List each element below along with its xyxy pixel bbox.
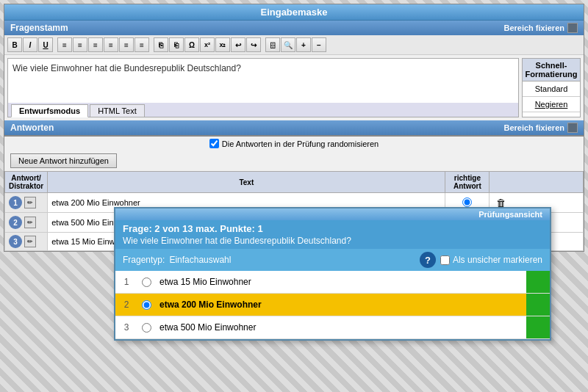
editor-text: Wie viele Einwohner hat die Bundesrepubl… [12, 63, 241, 73]
preview-radio-2 [137, 300, 155, 310]
col-text: Text [48, 172, 445, 193]
unsafe-checkbox[interactable] [440, 255, 450, 265]
num-circle-1: 1 [9, 196, 22, 209]
preview-tab-label: Prüfungsansicht [115, 208, 550, 220]
col-richtige: richtigeAntwort [445, 172, 490, 193]
neue-btn-row: Neue Antwort hinzufügen [4, 150, 584, 171]
preview-header: Frage: 2 von 13 max. Punkte: 1 Wie viele… [115, 220, 550, 249]
preview-green-1 [526, 271, 550, 293]
align-center-button[interactable]: ≡ [73, 37, 87, 52]
tab-html-text[interactable]: HTML Text [90, 104, 145, 117]
preview-text-2: etwa 200 Mio Einwohner [155, 294, 526, 316]
schnell-panel: Schnell-Formatierung Standard Negieren [522, 58, 581, 117]
preview-type-left: Fragentyp: Einfachauswahl [123, 255, 231, 265]
num-circle-2: 2 [9, 216, 22, 229]
randomize-label: Die Antworten in der Prüfung randomisier… [222, 139, 379, 148]
schnell-title: Schnell-Formatierung [523, 59, 580, 81]
preview-radio-1 [137, 277, 155, 287]
preview-green-2 [526, 294, 550, 316]
edit-btn-2[interactable]: ✏ [24, 217, 36, 228]
randomize-checkbox[interactable] [209, 139, 219, 148]
preview-overlay: Prüfungsansicht Frage: 2 von 13 max. Pun… [114, 207, 551, 341]
omega-button[interactable]: Ω [184, 37, 199, 52]
preview-radio-3 [137, 323, 155, 333]
preview-radio-input-2[interactable] [142, 300, 151, 310]
preview-text-1: etwa 15 Mio Einwohner [155, 271, 526, 293]
editor-tabs: Entwurfsmodus HTML Text [8, 103, 518, 117]
antworten-header: Antworten Bereich fixieren [4, 120, 584, 135]
preview-text-3: etwa 500 Mio Einwohner [155, 316, 526, 338]
preview-num-1: 1 [115, 271, 137, 293]
editor-main: Wie viele Einwohner hat die Bundesrepubl… [7, 58, 519, 117]
fragentyp-label: Fragentyp: [123, 255, 165, 265]
unsafe-checkbox-row: Als unsicher markieren [440, 255, 542, 265]
window-title: Eingabemaske [4, 4, 584, 21]
bold-button[interactable]: B [7, 37, 22, 52]
antworten-label: Antworten [10, 123, 54, 133]
radio-correct-1[interactable] [462, 197, 472, 207]
negieren-button[interactable]: Negieren [523, 97, 580, 112]
preview-radio-input-1[interactable] [142, 277, 151, 287]
answer-num-1: 1 ✏ [5, 193, 48, 213]
list-button[interactable]: ≡ [119, 37, 134, 52]
preview-answers: 1 etwa 15 Mio Einwohner 2 etwa 200 Mio E… [115, 271, 550, 339]
redo-button[interactable]: ↪ [246, 37, 261, 52]
fix-button-antworten[interactable]: Bereich fixieren [503, 123, 578, 133]
answer-num-2: 2 ✏ [5, 213, 48, 233]
fragentyp-value: Einfachauswahl [169, 255, 231, 265]
zoom-out-button[interactable]: − [312, 37, 326, 52]
superscript-button[interactable]: x² [200, 37, 215, 52]
neue-antwort-button[interactable]: Neue Antwort hinzufügen [10, 153, 117, 168]
preview-num-3: 3 [115, 316, 137, 338]
align-justify-button[interactable]: ≡ [104, 37, 118, 52]
subscript-button[interactable]: x₂ [215, 37, 230, 52]
copy-button[interactable]: ⎘ [154, 37, 168, 52]
fragenstamm-header: Fragenstamm Bereich fixieren [4, 21, 584, 35]
edit-btn-3[interactable]: ✏ [24, 236, 36, 247]
preview-radio-input-3[interactable] [142, 323, 151, 333]
preview-type-right: ? Als unsicher markieren [420, 252, 542, 268]
answer-num-3: 3 ✏ [5, 233, 48, 251]
fix-icon [567, 23, 578, 33]
fix-label: Bereich fixieren [503, 23, 564, 32]
preview-answer-row-3: 3 etwa 500 Mio Einwohner [115, 316, 550, 339]
standard-button[interactable]: Standard [523, 81, 580, 97]
tab-entwurfsmodus[interactable]: Entwurfsmodus [11, 104, 88, 117]
editor-section: Wie viele Einwohner hat die Bundesrepubl… [4, 55, 584, 120]
fix-button-fragenstamm[interactable]: Bereich fixieren [503, 23, 578, 33]
preview-answer-row-1: 1 etwa 15 Mio Einwohner [115, 271, 550, 294]
help-circle-icon[interactable]: ? [420, 252, 436, 268]
num-circle-3: 3 [9, 235, 22, 248]
fix-icon-antworten [567, 123, 578, 133]
fragenstamm-label: Fragenstamm [10, 23, 68, 33]
align-right-button[interactable]: ≡ [88, 37, 103, 52]
italic-button[interactable]: I [23, 37, 37, 52]
paste-button[interactable]: ⎗ [169, 37, 184, 52]
list2-button[interactable]: ≡ [135, 37, 149, 52]
undo-button[interactable]: ↩ [231, 37, 245, 52]
editor-toolbar: B I U ≡ ≡ ≡ ≡ ≡ ≡ ⎘ ⎗ Ω x² x₂ ↩ ↪ ⌹ 🔍 + … [4, 35, 584, 55]
fix-label-antworten: Bereich fixieren [503, 123, 564, 132]
unsafe-label: Als unsicher markieren [453, 255, 542, 265]
preview-type-bar: Fragentyp: Einfachauswahl ? Als unsicher… [115, 249, 550, 271]
randomize-row: Die Antworten in der Prüfung randomisier… [4, 137, 584, 150]
preview-num-2: 2 [115, 294, 137, 316]
col-answer-distraktor: Antwort/Distraktor [5, 172, 48, 193]
align-left-button[interactable]: ≡ [57, 37, 72, 52]
preview-answer-row-2: 2 etwa 200 Mio Einwohner [115, 294, 550, 316]
preview-title: Frage: 2 von 13 max. Punkte: 1 [123, 223, 542, 234]
zoom-button[interactable]: 🔍 [281, 37, 295, 52]
col-delete [490, 172, 584, 193]
zoom-in-button[interactable]: + [296, 37, 311, 52]
preview-green-3 [526, 316, 550, 338]
image-button[interactable]: ⌹ [265, 37, 280, 52]
editor-content[interactable]: Wie viele Einwohner hat die Bundesrepubl… [8, 59, 518, 103]
underline-button[interactable]: U [38, 37, 53, 52]
edit-btn-1[interactable]: ✏ [24, 197, 36, 208]
preview-question: Wie viele Einwohner hat die Bundesrepubl… [123, 236, 542, 246]
